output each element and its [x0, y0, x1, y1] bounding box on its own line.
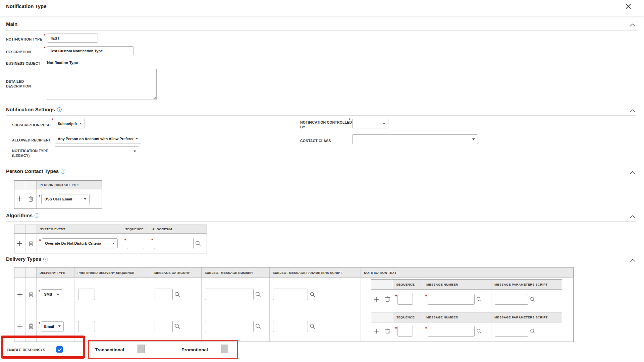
delete-row-icon[interactable]	[382, 290, 393, 309]
delete-row-icon[interactable]	[25, 234, 37, 253]
delete-row-icon[interactable]	[25, 278, 37, 311]
algorithms-table: SYSTEM EVENT SEQUENCE ALGORITHM * Overri…	[14, 225, 207, 253]
message-number-input[interactable]	[428, 326, 475, 337]
search-icon[interactable]	[310, 292, 315, 297]
search-icon[interactable]	[195, 241, 201, 246]
delivery-type-dropdown[interactable]: SMS	[41, 289, 62, 299]
message-number-column-header: MESSAGE NUMBER	[423, 280, 491, 290]
chevron-down-icon	[383, 123, 385, 124]
search-icon[interactable]	[530, 297, 535, 302]
search-icon[interactable]	[255, 323, 261, 329]
section-title-person-contact-types: Person Contact Types	[6, 168, 59, 174]
info-icon[interactable]	[61, 169, 65, 174]
notification-type-label: NOTIFICATION TYPE	[6, 37, 42, 42]
search-icon[interactable]	[255, 292, 261, 297]
section-title-notification-settings: Notification Settings	[6, 107, 55, 112]
description-input[interactable]	[47, 46, 133, 55]
info-icon[interactable]	[57, 107, 62, 112]
delete-row-icon[interactable]	[382, 322, 393, 340]
preferred-delivery-sequence-input[interactable]	[78, 289, 95, 300]
section-divider	[6, 177, 636, 177]
allowed-recipient-dropdown[interactable]: Any Person on Account with Allow Prefere…	[55, 134, 141, 143]
table-row: * *	[371, 322, 562, 340]
section-divider	[6, 30, 636, 31]
notification-text-sequence-input[interactable]	[397, 326, 413, 337]
collapse-notification-settings-icon[interactable]	[629, 109, 636, 113]
preferred-delivery-sequence-input[interactable]	[78, 321, 95, 332]
search-icon[interactable]	[476, 328, 482, 334]
collapse-main-icon[interactable]	[629, 23, 636, 27]
contact-class-dropdown[interactable]	[352, 134, 478, 144]
subject-message-parameters-script-input[interactable]	[273, 289, 308, 300]
subject-message-number-input[interactable]	[205, 321, 254, 332]
table-row: * *	[371, 290, 562, 309]
required-marker: *	[39, 322, 40, 325]
required-marker: *	[44, 47, 45, 50]
add-row-icon[interactable]	[14, 189, 25, 208]
business-object-label: BUSINESS OBJECT	[6, 61, 40, 66]
info-icon[interactable]	[35, 213, 39, 218]
description-label: DESCRIPTION	[6, 50, 31, 54]
enable-responsys-checkbox[interactable]	[56, 346, 63, 353]
chevron-down-icon	[112, 243, 115, 244]
delivery-type-dropdown[interactable]: Email	[41, 321, 64, 331]
message-number-input[interactable]	[428, 294, 475, 305]
search-icon[interactable]	[530, 328, 535, 334]
algorithm-sequence-input[interactable]	[127, 238, 144, 249]
delete-row-icon[interactable]	[25, 311, 37, 342]
detailed-description-textarea[interactable]	[47, 69, 157, 100]
message-number-column-header: MESSAGE NUMBER	[423, 312, 491, 322]
required-marker: *	[349, 118, 351, 122]
search-icon[interactable]	[476, 297, 482, 302]
notification-text-table: SEQUENCE MESSAGE NUMBER MESSAGE PARAMETE…	[371, 312, 562, 340]
notification-text-sequence-input[interactable]	[397, 294, 413, 305]
notification-type-dialog: Notification Type Main NOTIFICATION TYPE…	[0, 0, 644, 362]
required-marker: *	[395, 327, 397, 330]
system-event-dropdown[interactable]: Override Do Not Disturb Criteria	[42, 238, 118, 248]
message-parameters-script-column-header: MESSAGE PARAMETERS SCRIPT	[491, 312, 562, 322]
person-contact-type-dropdown[interactable]: DSS User Email	[41, 194, 90, 204]
subject-message-parameters-script-input[interactable]	[273, 321, 308, 332]
required-marker: *	[425, 295, 427, 298]
algorithm-input[interactable]	[154, 238, 194, 249]
promotional-checkbox[interactable]	[221, 345, 228, 353]
notification-controlled-by-dropdown[interactable]	[352, 119, 388, 128]
sequence-column-header: SEQUENCE	[393, 312, 423, 322]
required-marker: *	[425, 327, 427, 330]
add-row-icon[interactable]	[14, 234, 25, 253]
subject-message-number-input[interactable]	[205, 289, 254, 300]
message-category-input[interactable]	[155, 321, 173, 332]
subject-message-number-column-header: SUBJECT MESSAGE NUMBER	[202, 267, 270, 278]
collapse-algorithms-icon[interactable]	[629, 215, 636, 219]
delete-row-icon[interactable]	[25, 189, 37, 208]
chevron-down-icon	[133, 150, 136, 152]
add-row-icon[interactable]	[371, 322, 382, 340]
add-row-icon[interactable]	[14, 311, 25, 342]
search-icon[interactable]	[174, 323, 180, 329]
subject-message-parameters-script-column-header: SUBJECT MESSAGE PARAMETERS SCRIPT	[270, 267, 361, 278]
search-icon[interactable]	[174, 292, 180, 297]
info-icon[interactable]	[43, 257, 48, 261]
message-parameters-script-input[interactable]	[495, 326, 528, 337]
add-row-icon[interactable]	[371, 290, 382, 309]
required-marker: *	[39, 290, 40, 293]
person-contact-type-column-header: PERSON CONTACT TYPE	[37, 181, 102, 189]
chevron-down-icon	[79, 123, 82, 124]
sequence-column-header: SEQUENCE	[122, 225, 149, 234]
close-icon[interactable]	[624, 2, 633, 10]
preferred-delivery-sequence-column-header: PREFERRED DELIVERY SEQUENCE	[74, 267, 151, 278]
notification-type-input[interactable]	[47, 34, 98, 43]
subscription-push-dropdown[interactable]: Subscription	[55, 119, 85, 128]
add-row-icon[interactable]	[14, 278, 25, 311]
transactional-checkbox[interactable]	[138, 345, 145, 353]
collapse-delivery-types-icon[interactable]	[629, 258, 636, 262]
search-icon[interactable]	[310, 323, 315, 329]
chevron-down-icon	[57, 294, 59, 295]
message-parameters-script-input[interactable]	[495, 294, 528, 305]
section-title-algorithms: Algorithms	[6, 213, 33, 218]
notification-text-column-header: NOTIFICATION TEXT	[361, 267, 573, 278]
message-category-input[interactable]	[155, 289, 173, 300]
notification-type-legacy-dropdown[interactable]	[55, 146, 139, 156]
collapse-person-contact-types-icon[interactable]	[629, 170, 636, 174]
required-marker: *	[124, 239, 126, 242]
